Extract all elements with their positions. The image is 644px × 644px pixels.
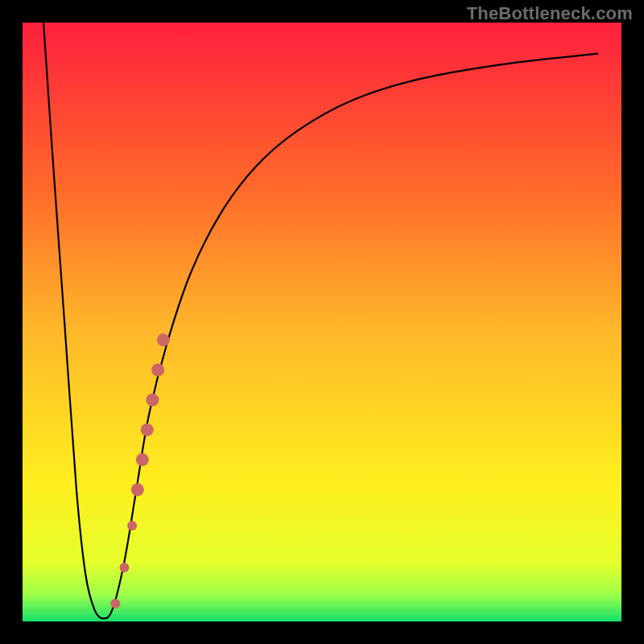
highlight-dot: [146, 394, 159, 407]
highlight-dot: [127, 521, 137, 530]
highlight-dot: [136, 453, 149, 466]
watermark-text: TheBottleneck.com: [467, 3, 633, 24]
gradient-bg: [23, 23, 621, 621]
chart-svg: [23, 23, 621, 621]
highlight-dot: [110, 599, 120, 609]
chart-frame: TheBottleneck.com: [0, 0, 644, 644]
highlight-dot: [131, 483, 144, 496]
highlight-dot: [151, 364, 164, 377]
highlight-dot: [157, 333, 170, 346]
plot-area: [23, 23, 621, 621]
highlight-dot: [119, 563, 129, 572]
highlight-dot: [141, 423, 154, 436]
